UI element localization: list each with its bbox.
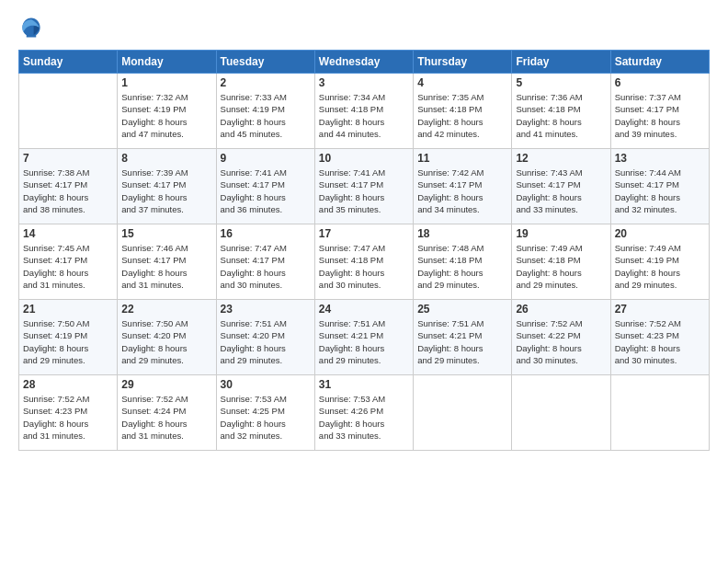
day-info: Sunrise: 7:39 AM Sunset: 4:17 PM Dayligh… [121, 167, 211, 215]
day-info: Sunrise: 7:52 AM Sunset: 4:23 PM Dayligh… [615, 317, 705, 366]
weekday-header-thursday: Thursday [414, 51, 512, 74]
day-info: Sunrise: 7:47 AM Sunset: 4:18 PM Dayligh… [319, 242, 409, 291]
calendar-cell: 15Sunrise: 7:46 AM Sunset: 4:17 PM Dayli… [118, 224, 216, 300]
day-number: 1 [121, 76, 211, 89]
logo-icon [18, 15, 44, 40]
day-info: Sunrise: 7:50 AM Sunset: 4:20 PM Dayligh… [121, 317, 211, 366]
calendar-cell: 14Sunrise: 7:45 AM Sunset: 4:17 PM Dayli… [19, 224, 118, 300]
day-number: 9 [221, 152, 311, 165]
calendar-cell: 16Sunrise: 7:47 AM Sunset: 4:17 PM Dayli… [216, 224, 314, 300]
calendar-cell: 25Sunrise: 7:51 AM Sunset: 4:21 PM Dayli… [414, 300, 512, 375]
day-info: Sunrise: 7:38 AM Sunset: 4:17 PM Dayligh… [23, 167, 113, 215]
calendar-cell: 5Sunrise: 7:36 AM Sunset: 4:18 PM Daylig… [512, 74, 610, 149]
day-number: 23 [221, 303, 311, 316]
day-number: 6 [615, 76, 705, 89]
weekday-header-saturday: Saturday [610, 51, 709, 74]
calendar-cell: 3Sunrise: 7:34 AM Sunset: 4:18 PM Daylig… [314, 74, 413, 149]
calendar-cell: 24Sunrise: 7:51 AM Sunset: 4:21 PM Dayli… [314, 300, 413, 375]
day-number: 3 [319, 76, 409, 89]
day-info: Sunrise: 7:45 AM Sunset: 4:17 PM Dayligh… [23, 242, 113, 291]
day-info: Sunrise: 7:52 AM Sunset: 4:23 PM Dayligh… [23, 393, 113, 442]
day-number: 25 [417, 303, 507, 316]
day-number: 14 [23, 227, 113, 240]
day-info: Sunrise: 7:34 AM Sunset: 4:18 PM Dayligh… [319, 91, 409, 140]
calendar-cell: 30Sunrise: 7:53 AM Sunset: 4:25 PM Dayli… [216, 375, 314, 451]
calendar-cell: 29Sunrise: 7:52 AM Sunset: 4:24 PM Dayli… [118, 375, 216, 451]
weekday-header-friday: Friday [512, 51, 610, 74]
calendar-cell: 13Sunrise: 7:44 AM Sunset: 4:17 PM Dayli… [610, 149, 709, 224]
calendar-cell: 17Sunrise: 7:47 AM Sunset: 4:18 PM Dayli… [314, 224, 413, 300]
calendar-cell: 21Sunrise: 7:50 AM Sunset: 4:19 PM Dayli… [19, 300, 118, 375]
day-info: Sunrise: 7:42 AM Sunset: 4:17 PM Dayligh… [417, 167, 507, 215]
day-info: Sunrise: 7:48 AM Sunset: 4:18 PM Dayligh… [417, 242, 507, 291]
calendar-cell: 6Sunrise: 7:37 AM Sunset: 4:17 PM Daylig… [610, 74, 709, 149]
day-number: 16 [221, 227, 311, 240]
page: SundayMondayTuesdayWednesdayThursdayFrid… [0, 0, 728, 563]
day-number: 5 [516, 76, 606, 89]
day-number: 19 [516, 227, 606, 240]
calendar-cell: 27Sunrise: 7:52 AM Sunset: 4:23 PM Dayli… [610, 300, 709, 375]
calendar-cell: 1Sunrise: 7:32 AM Sunset: 4:19 PM Daylig… [118, 74, 216, 149]
week-row-4: 28Sunrise: 7:52 AM Sunset: 4:23 PM Dayli… [19, 375, 710, 451]
day-number: 27 [615, 303, 705, 316]
day-number: 21 [23, 303, 113, 316]
day-number: 28 [23, 378, 113, 391]
calendar-cell: 18Sunrise: 7:48 AM Sunset: 4:18 PM Dayli… [414, 224, 512, 300]
week-row-3: 21Sunrise: 7:50 AM Sunset: 4:19 PM Dayli… [19, 300, 710, 375]
day-number: 31 [319, 378, 409, 391]
calendar-cell: 7Sunrise: 7:38 AM Sunset: 4:17 PM Daylig… [19, 149, 118, 224]
day-number: 15 [121, 227, 211, 240]
day-info: Sunrise: 7:51 AM Sunset: 4:21 PM Dayligh… [319, 317, 409, 366]
calendar-cell [512, 375, 610, 451]
day-info: Sunrise: 7:33 AM Sunset: 4:19 PM Dayligh… [221, 91, 311, 140]
calendar-cell: 9Sunrise: 7:41 AM Sunset: 4:17 PM Daylig… [216, 149, 314, 224]
day-number: 12 [516, 152, 606, 165]
day-info: Sunrise: 7:52 AM Sunset: 4:24 PM Dayligh… [121, 393, 211, 442]
day-number: 24 [319, 303, 409, 316]
calendar-cell: 22Sunrise: 7:50 AM Sunset: 4:20 PM Dayli… [118, 300, 216, 375]
day-info: Sunrise: 7:49 AM Sunset: 4:19 PM Dayligh… [615, 242, 705, 291]
day-info: Sunrise: 7:50 AM Sunset: 4:19 PM Dayligh… [23, 317, 113, 366]
day-number: 18 [417, 227, 507, 240]
header [18, 15, 710, 40]
calendar-cell [610, 375, 709, 451]
day-info: Sunrise: 7:44 AM Sunset: 4:17 PM Dayligh… [615, 167, 705, 215]
calendar-cell: 2Sunrise: 7:33 AM Sunset: 4:19 PM Daylig… [216, 74, 314, 149]
weekday-header-wednesday: Wednesday [314, 51, 413, 74]
day-info: Sunrise: 7:53 AM Sunset: 4:26 PM Dayligh… [319, 393, 409, 442]
calendar-table: SundayMondayTuesdayWednesdayThursdayFrid… [18, 50, 710, 451]
calendar-cell [414, 375, 512, 451]
weekday-header-row: SundayMondayTuesdayWednesdayThursdayFrid… [19, 51, 710, 74]
day-number: 17 [319, 227, 409, 240]
day-number: 8 [121, 152, 211, 165]
calendar-cell: 19Sunrise: 7:49 AM Sunset: 4:18 PM Dayli… [512, 224, 610, 300]
day-info: Sunrise: 7:41 AM Sunset: 4:17 PM Dayligh… [319, 167, 409, 215]
day-info: Sunrise: 7:41 AM Sunset: 4:17 PM Dayligh… [221, 167, 311, 215]
day-info: Sunrise: 7:35 AM Sunset: 4:18 PM Dayligh… [417, 91, 507, 140]
logo [18, 15, 48, 40]
day-number: 2 [221, 76, 311, 89]
calendar-cell: 26Sunrise: 7:52 AM Sunset: 4:22 PM Dayli… [512, 300, 610, 375]
week-row-0: 1Sunrise: 7:32 AM Sunset: 4:19 PM Daylig… [19, 74, 710, 149]
day-number: 4 [417, 76, 507, 89]
calendar-cell: 23Sunrise: 7:51 AM Sunset: 4:20 PM Dayli… [216, 300, 314, 375]
calendar-cell: 20Sunrise: 7:49 AM Sunset: 4:19 PM Dayli… [610, 224, 709, 300]
day-number: 20 [615, 227, 705, 240]
calendar-cell: 4Sunrise: 7:35 AM Sunset: 4:18 PM Daylig… [414, 74, 512, 149]
day-number: 26 [516, 303, 606, 316]
day-number: 10 [319, 152, 409, 165]
calendar-cell: 11Sunrise: 7:42 AM Sunset: 4:17 PM Dayli… [414, 149, 512, 224]
day-number: 22 [121, 303, 211, 316]
week-row-1: 7Sunrise: 7:38 AM Sunset: 4:17 PM Daylig… [19, 149, 710, 224]
day-info: Sunrise: 7:51 AM Sunset: 4:21 PM Dayligh… [417, 317, 507, 366]
calendar-cell: 31Sunrise: 7:53 AM Sunset: 4:26 PM Dayli… [314, 375, 413, 451]
day-info: Sunrise: 7:47 AM Sunset: 4:17 PM Dayligh… [221, 242, 311, 291]
weekday-header-tuesday: Tuesday [216, 51, 314, 74]
weekday-header-monday: Monday [118, 51, 216, 74]
day-info: Sunrise: 7:37 AM Sunset: 4:17 PM Dayligh… [615, 91, 705, 140]
day-number: 30 [221, 378, 311, 391]
day-info: Sunrise: 7:43 AM Sunset: 4:17 PM Dayligh… [516, 167, 606, 215]
day-number: 11 [417, 152, 507, 165]
day-info: Sunrise: 7:46 AM Sunset: 4:17 PM Dayligh… [121, 242, 211, 291]
day-number: 13 [615, 152, 705, 165]
